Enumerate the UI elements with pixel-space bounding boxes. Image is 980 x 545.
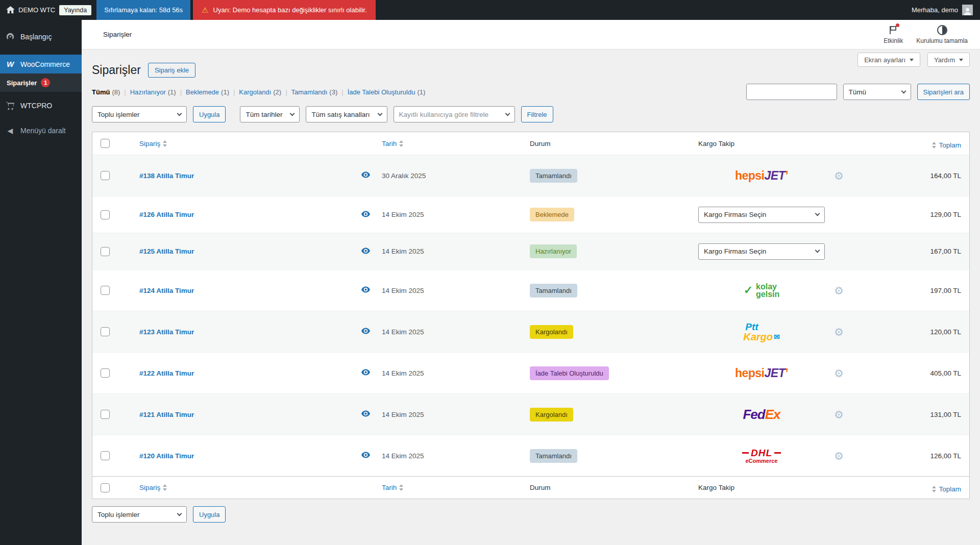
row-checkbox[interactable] — [101, 247, 110, 256]
help-button[interactable]: Yardım — [927, 53, 970, 67]
row-checkbox[interactable] — [101, 171, 110, 180]
greeting-text[interactable]: Merhaba, demo — [912, 6, 958, 14]
sales-channel-select[interactable]: Tüm satış kanalları — [306, 106, 387, 122]
chevron-down-icon — [815, 211, 820, 216]
order-link[interactable]: #124 Atilla Timur — [139, 287, 194, 294]
cargo-company-select[interactable]: Kargo Firması Seçin — [698, 243, 825, 260]
preview-eye-icon[interactable] — [361, 328, 370, 334]
table-row: #124 Atilla Timur 14 Ekim 2025 Tamamland… — [92, 269, 969, 311]
preview-eye-icon[interactable] — [361, 247, 370, 254]
cargo-cell: Kargo Firması Seçin — [690, 207, 859, 223]
cargo-logo-kolaygelsin: ✓ kolaygelsin — [698, 283, 825, 298]
status-filter-link[interactable]: Hazırlanıyor — [130, 88, 166, 96]
chevron-down-icon — [505, 111, 510, 116]
status-badge: Hazırlanıyor — [530, 244, 577, 258]
sort-by-total[interactable]: Toplam — [929, 485, 961, 493]
row-checkbox[interactable] — [101, 210, 110, 219]
order-link[interactable]: #121 Atilla Timur — [139, 411, 194, 418]
order-total: 197,00 TL — [930, 287, 961, 294]
row-checkbox[interactable] — [101, 286, 110, 295]
order-link[interactable]: #126 Atilla Timur — [139, 211, 194, 218]
cargo-settings-gear-icon[interactable]: ⚙ — [834, 285, 844, 296]
collapse-arrow-icon: ◀ — [5, 127, 15, 135]
status-filter-link[interactable]: İade Talebi Oluşturuldu — [348, 88, 415, 96]
envelope-icon: ✉ — [774, 333, 780, 340]
status-filter-item: Tümü(8) — [92, 88, 120, 96]
status-filter-count: (1) — [221, 88, 229, 96]
column-status: Durum — [530, 140, 551, 147]
preview-eye-icon[interactable] — [361, 369, 370, 376]
filter-button[interactable]: Filtrele — [521, 106, 553, 122]
order-link[interactable]: #125 Atilla Timur — [139, 247, 194, 255]
select-all-checkbox[interactable] — [101, 483, 110, 492]
apply-button-bottom[interactable]: Uygula — [193, 506, 226, 523]
sort-by-date[interactable]: Tarih — [382, 140, 406, 147]
woocommerce-header: Siparişler Etkinlik Kurulumu tamamla — [82, 20, 980, 49]
apply-button[interactable]: Uygula — [193, 106, 226, 122]
activity-button[interactable]: Etkinlik — [884, 24, 903, 44]
order-link[interactable]: #122 Atilla Timur — [139, 369, 194, 377]
preview-eye-icon[interactable] — [361, 211, 370, 217]
orders-table-body: #138 Atilla Timur 30 Aralık 2025 Tamamla… — [92, 155, 969, 476]
status-badge: Tamamlandı — [530, 169, 577, 183]
site-menu[interactable]: DEMO WTC — [6, 6, 55, 14]
status-filter-link[interactable]: Tamamlandı — [291, 88, 328, 96]
status-filter-link[interactable]: Beklemede — [186, 88, 219, 96]
preview-eye-icon[interactable] — [361, 452, 370, 458]
order-link[interactable]: #120 Atilla Timur — [139, 452, 194, 460]
sort-by-total[interactable]: Toplam — [929, 141, 961, 149]
sidebar-item-baslangic[interactable]: Başlangıç — [0, 27, 82, 46]
preview-eye-icon[interactable] — [361, 286, 370, 293]
order-link[interactable]: #123 Atilla Timur — [139, 328, 194, 336]
search-input[interactable] — [746, 84, 837, 100]
cargo-settings-gear-icon[interactable]: ⚙ — [834, 327, 844, 337]
row-checkbox[interactable] — [101, 327, 110, 336]
status-filter-link[interactable]: Kargolandı — [239, 88, 271, 96]
preview-eye-icon[interactable] — [361, 410, 370, 417]
admin-bar: DEMO WTC Yayında Sıfırlamaya kalan: 58d … — [0, 0, 980, 20]
sort-arrows-icon — [163, 140, 167, 147]
sidebar: Başlangıç W WooCommerce Siparişler 1 WTC… — [0, 20, 82, 545]
status-badge: Tamamlandı — [530, 284, 577, 298]
cargo-cell: Ptt Kargo✉ ⚙ — [690, 322, 859, 342]
screen-options-button[interactable]: Ekran ayarları — [857, 53, 920, 67]
cargo-settings-gear-icon[interactable]: ⚙ — [834, 451, 844, 461]
order-total: 126,00 TL — [930, 452, 961, 460]
sort-by-order[interactable]: Sipariş — [139, 484, 169, 491]
row-checkbox[interactable] — [101, 368, 110, 378]
status-filter-link[interactable]: Tümü — [92, 88, 110, 96]
sort-arrows-icon — [399, 484, 403, 491]
avatar[interactable] — [962, 5, 973, 15]
cargo-settings-gear-icon[interactable]: ⚙ — [834, 368, 844, 379]
cargo-logo-dhl: DHL eCommerce — [698, 448, 825, 464]
wordpress-admin: DEMO WTC Yayında Sıfırlamaya kalan: 58d … — [0, 0, 980, 545]
cart-icon — [5, 101, 15, 110]
sidebar-item-wtcpro[interactable]: WTCPRO — [0, 96, 82, 115]
user-icon — [963, 7, 972, 15]
order-link[interactable]: #138 Atilla Timur — [139, 172, 194, 180]
sidebar-item-siparisler[interactable]: Siparişler 1 — [0, 73, 82, 92]
bulk-actions-select-bottom[interactable]: Toplu işlemler — [92, 506, 187, 523]
sort-by-order[interactable]: Sipariş — [139, 140, 169, 147]
row-checkbox[interactable] — [101, 410, 110, 419]
sort-by-date[interactable]: Tarih — [382, 484, 406, 491]
page-title: Siparişler — [92, 63, 141, 77]
cargo-company-select[interactable]: Kargo Firması Seçin — [698, 207, 825, 223]
cargo-logo-ptt: Ptt Kargo✉ — [698, 322, 825, 342]
sidebar-item-woocommerce[interactable]: W WooCommerce — [0, 55, 82, 73]
bulk-actions-select[interactable]: Toplu işlemler — [92, 106, 187, 122]
add-order-button[interactable]: Sipariş ekle — [148, 63, 195, 78]
preview-eye-icon[interactable] — [361, 171, 370, 178]
dates-filter-select[interactable]: Tüm tarihler — [240, 106, 300, 122]
finish-setup-button[interactable]: Kurulumu tamamla — [916, 24, 968, 44]
column-cargo: Kargo Takip — [698, 140, 734, 147]
collapse-menu-button[interactable]: ◀ Menüyü daralt — [0, 121, 82, 140]
cargo-settings-gear-icon[interactable]: ⚙ — [834, 170, 844, 181]
search-type-select[interactable]: Tümü — [843, 84, 911, 100]
search-orders-button[interactable]: Siparişleri ara — [917, 84, 970, 100]
select-all-checkbox[interactable] — [101, 139, 110, 148]
customer-filter-select[interactable]: Kayıtlı kullanıcıya göre filtrele — [394, 106, 515, 122]
row-checkbox[interactable] — [101, 451, 110, 460]
cargo-settings-gear-icon[interactable]: ⚙ — [834, 409, 844, 420]
notification-dot — [896, 23, 899, 27]
